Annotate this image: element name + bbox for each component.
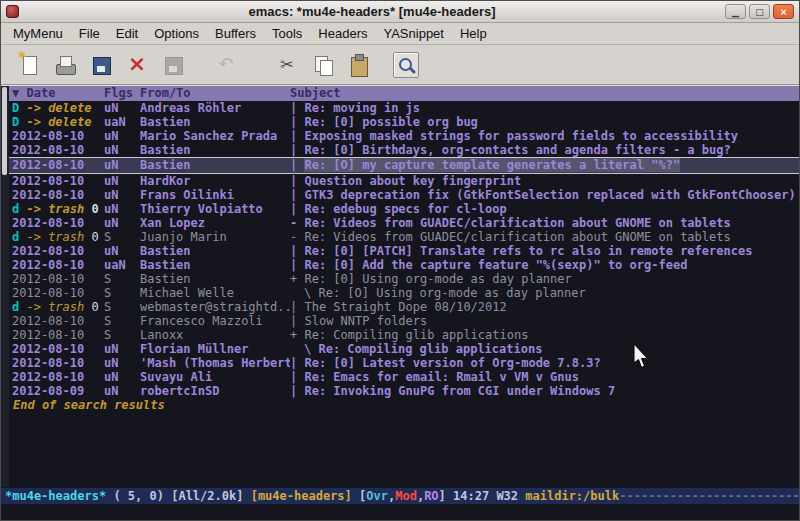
col-date: 2012-08-10 <box>12 158 104 173</box>
message-list: D -> deleteuNAndreas Röhler| Re: moving … <box>9 101 799 398</box>
header-column-from[interactable]: From/To <box>140 86 290 101</box>
close-button[interactable]: × <box>773 4 794 19</box>
message-row[interactable]: 2012-08-09uNrobertcInSD| Re: Invoking Gn… <box>9 384 799 398</box>
emacs-icon <box>6 5 19 18</box>
thread-connector: - <box>290 216 304 230</box>
thread-connector: | <box>290 158 304 172</box>
menu-item-buffers[interactable]: Buffers <box>207 24 264 43</box>
menu-item-tools[interactable]: Tools <box>264 24 310 43</box>
col-flags: uN <box>104 202 140 216</box>
col-from: 'Mash (Thomas Herbert) <box>140 356 290 370</box>
window-controls: ▁ □ × <box>725 4 794 19</box>
col-flags: uN <box>104 244 140 258</box>
buffer-area: ▼ Date Flgs From/To Subject D -> deleteu… <box>1 85 799 487</box>
window-title: emacs: *mu4e-headers* [mu4e-headers] <box>19 4 725 19</box>
modeline-part-buffer: *mu4e-headers* <box>5 489 106 503</box>
cut-icon[interactable] <box>274 52 300 78</box>
modeline: *mu4e-headers* ( 5, 0) [All/2.0k] [mu4e-… <box>1 487 799 504</box>
col-date: 2012-08-10 <box>12 129 104 143</box>
col-flags: uN <box>104 143 140 157</box>
menu-item-yasnippet[interactable]: YASnippet <box>375 24 451 43</box>
scrollbar[interactable] <box>1 86 9 487</box>
subject-text: The Straight Dope 08/10/2012 <box>304 300 506 314</box>
header-column-flags[interactable]: Flgs <box>104 86 140 101</box>
subject-text: Re: Invoking GnuPG from CGI under Window… <box>304 384 615 398</box>
message-row[interactable]: 2012-08-10uNMario Sanchez Prada| Exposin… <box>9 129 799 143</box>
menu-item-help[interactable]: Help <box>452 24 495 43</box>
end-of-results: End of search results <box>9 398 799 413</box>
message-row[interactable]: d -> trash 0SJuanjo Marin- Re: Videos fr… <box>9 230 799 244</box>
col-subject: | Exposing masked strings for password f… <box>290 129 799 143</box>
scrollbar-thumb[interactable] <box>2 87 7 175</box>
message-row[interactable]: 2012-08-10uNSuvayu Ali| Re: Emacs for em… <box>9 370 799 384</box>
thread-connector: | <box>290 143 304 157</box>
col-date: 2012-08-10 <box>12 272 104 286</box>
message-row[interactable]: 2012-08-10uN'Mash (Thomas Herbert)| Re: … <box>9 356 799 370</box>
col-date: 2012-08-10 <box>12 174 104 188</box>
new-file-icon[interactable] <box>16 52 42 78</box>
mark-suffix: 0 <box>84 300 98 314</box>
maximize-button[interactable]: □ <box>749 4 770 19</box>
col-subject: \ Re: Compiling glib applications <box>290 342 799 356</box>
message-row[interactable]: D -> deleteuNAndreas Röhler| Re: moving … <box>9 101 799 115</box>
menu-item-mymenu[interactable]: MyMenu <box>5 24 71 43</box>
message-row[interactable]: 2012-08-10uNFlorian Müllner\ Re: Compili… <box>9 342 799 356</box>
print-icon[interactable] <box>52 52 78 78</box>
message-row[interactable]: 2012-08-10uaNBastien| Re: [0] Add the ca… <box>9 258 799 272</box>
modeline-part-minor: [mu4e-headers] <box>251 489 352 503</box>
paste-icon[interactable] <box>346 52 372 78</box>
col-subject: | Re: [0] possible org bug <box>290 115 799 129</box>
header-column-subject[interactable]: Subject <box>290 86 799 101</box>
menu-item-file[interactable]: File <box>71 24 108 43</box>
col-subject: | Re: Emacs for email: Rmail v VM v Gnus <box>290 370 799 384</box>
col-flags: uN <box>104 342 140 356</box>
message-row[interactable]: 2012-08-10uNBastien| Re: [0] Birthdays, … <box>9 143 799 157</box>
col-from: Bastien <box>140 115 290 129</box>
subject-text: Re: [0] [PATCH] Translate refs to rc als… <box>304 244 752 258</box>
message-row[interactable]: 2012-08-10SLanoxx+ Re: Compiling glib ap… <box>9 328 799 342</box>
col-subject: | Re: [0] [PATCH] Translate refs to rc a… <box>290 244 799 258</box>
message-row[interactable]: 2012-08-10SFrancesco Mazzoli| Slow NNTP … <box>9 314 799 328</box>
modeline-part-plain: ( 5, 0) <box>106 489 171 503</box>
message-row[interactable]: 2012-08-10uNFrans Oilinki| GTK3 deprecat… <box>9 188 799 202</box>
menu-item-options[interactable]: Options <box>146 24 207 43</box>
menu-item-edit[interactable]: Edit <box>108 24 146 43</box>
subject-text: Re: [0] Birthdays, org-contacts and agen… <box>304 143 730 157</box>
col-from: Xan Lopez <box>140 216 290 230</box>
col-date: d -> trash 0 <box>12 230 104 244</box>
menubar: MyMenuFileEditOptionsBuffersToolsHeaders… <box>1 23 799 45</box>
message-row[interactable]: D -> deleteuaNBastien| Re: [0] possible … <box>9 115 799 129</box>
message-row[interactable]: 2012-08-10uNBastien| Re: [O] my capture … <box>9 157 799 174</box>
col-from: Juanjo Marin <box>140 230 290 244</box>
thread-connector: | <box>290 202 304 216</box>
col-from: Bastien <box>140 143 290 157</box>
col-subject: + Re: Compiling glib applications <box>290 328 799 342</box>
col-subject: | Re: [O] my capture template generates … <box>290 158 799 173</box>
subject-text: Question about key fingerprint <box>304 174 521 188</box>
header-column-date[interactable]: ▼ Date <box>12 86 104 101</box>
col-flags: S <box>104 230 140 244</box>
modeline-part-mod: Mod <box>395 489 417 503</box>
message-row[interactable]: 2012-08-10SMichael Welle\ Re: [O] Using … <box>9 286 799 300</box>
col-subject: | Re: [0] Birthdays, org-contacts and ag… <box>290 143 799 157</box>
minibuffer[interactable] <box>1 504 799 520</box>
col-subject: | GTK3 deprecation fix (GtkFontSelection… <box>290 188 799 202</box>
message-row[interactable]: 2012-08-10uNXan Lopez- Re: Videos from G… <box>9 216 799 230</box>
message-row[interactable]: 2012-08-10uNHardKor| Question about key … <box>9 174 799 188</box>
message-row[interactable]: d -> trash 0uNThierry Volpiatto| Re: ede… <box>9 202 799 216</box>
col-subject: | Re: [0] Latest version of Org-mode 7.8… <box>290 356 799 370</box>
save-icon[interactable] <box>88 52 114 78</box>
kill-buffer-icon[interactable] <box>124 52 150 78</box>
menu-item-headers[interactable]: Headers <box>310 24 375 43</box>
copy-icon[interactable] <box>310 52 336 78</box>
message-row[interactable]: 2012-08-10SBastien+ Re: [0] Using org-mo… <box>9 272 799 286</box>
message-row[interactable]: d -> trash 0Swebmaster@straightd...| The… <box>9 300 799 314</box>
titlebar[interactable]: emacs: *mu4e-headers* [mu4e-headers] ▁ □… <box>1 1 799 23</box>
search-icon[interactable] <box>393 52 419 78</box>
message-row[interactable]: 2012-08-10uNBastien| Re: [0] [PATCH] Tra… <box>9 244 799 258</box>
col-subject: | Re: moving in js <box>290 101 799 115</box>
col-flags: S <box>104 328 140 342</box>
emacs-window: emacs: *mu4e-headers* [mu4e-headers] ▁ □… <box>0 0 800 521</box>
thread-connector: | <box>290 356 304 370</box>
minimize-button[interactable]: ▁ <box>725 4 746 19</box>
